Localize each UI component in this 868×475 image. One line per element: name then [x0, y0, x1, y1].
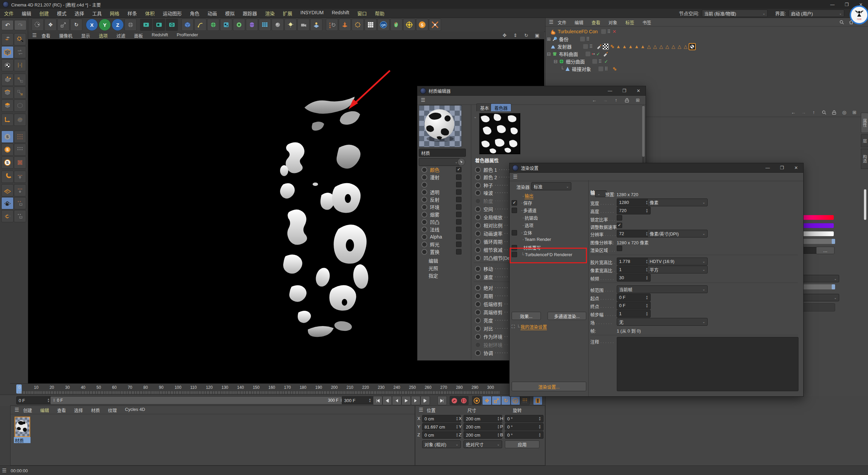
preview-type-dropdown[interactable]: ⌄	[419, 158, 460, 166]
attr-target-icon[interactable]: ◎	[841, 109, 848, 116]
coordinates-menu-icon[interactable]: ☰	[419, 407, 423, 413]
channel-checkbox[interactable]	[456, 219, 461, 225]
rotate-tool[interactable]: ↻	[70, 19, 82, 31]
material-name-field[interactable]: 材质	[419, 149, 466, 157]
scale-tool[interactable]	[57, 19, 70, 31]
interface-dropdown[interactable]: 启动 (用户)⌄	[789, 10, 844, 17]
record-keyframe-button[interactable]	[450, 396, 459, 405]
attr-forward-icon[interactable]: →	[800, 109, 807, 116]
section-stereo[interactable]: -立体	[512, 229, 532, 236]
checker-tag-icon[interactable]	[603, 43, 609, 50]
close-button[interactable]: ✕	[631, 86, 646, 95]
prop-speed[interactable]: 速度	[484, 273, 493, 280]
polygon-selection-tag-icon[interactable]: △	[676, 44, 682, 50]
channel-radio[interactable]	[421, 204, 427, 210]
psr-transfer-button[interactable]: PSR	[326, 19, 338, 31]
size-y-field[interactable]: 200 cm▲▼	[463, 423, 502, 431]
stereo-checkbox[interactable]	[512, 230, 517, 235]
visibility-dots-icon[interactable]: ⠿	[605, 66, 608, 72]
preset-row[interactable]: 预置: 1280 x 720	[605, 191, 638, 197]
arrange-circle-button[interactable]	[352, 19, 364, 31]
menu-item[interactable]: 运动图形	[163, 10, 182, 17]
cow-spotted-ring-object[interactable]	[264, 87, 400, 344]
align-workplane-icon[interactable]	[1, 210, 14, 222]
prop-seed[interactable]: 种子	[484, 182, 493, 189]
section-turbulencefd-renderer[interactable]: └TurbulenceFD Renderer	[512, 252, 572, 257]
pos-y-field[interactable]: 81.697 cm▲▼	[422, 423, 461, 431]
noise-shader-thumbnail[interactable]	[479, 113, 520, 154]
prop-high-clip[interactable]: 高端修剪	[484, 309, 502, 316]
minimize-button[interactable]: —	[761, 163, 775, 172]
record-rotation-toggle[interactable]: ↻	[501, 396, 511, 405]
prev-key-button[interactable]	[382, 396, 392, 405]
pos-z-field[interactable]: 0 cm▲▼	[422, 431, 461, 439]
fields-button[interactable]	[233, 19, 245, 31]
status-menu-icon[interactable]: ☰	[2, 468, 6, 474]
polygon-selection-tag-icon[interactable]: △	[664, 44, 670, 50]
tab-basic[interactable]: 基本	[476, 103, 493, 111]
menu-item[interactable]: Redshift	[332, 10, 349, 17]
menu-item[interactable]: 模式	[57, 10, 66, 17]
polygon-selection-tag-icon[interactable]: △	[683, 44, 688, 50]
material-manager-menu-item[interactable]: 选择	[74, 407, 83, 413]
channel-radio[interactable]	[421, 167, 427, 173]
rs-menu-icon[interactable]: ☰	[513, 174, 517, 180]
workplane-icon[interactable]	[1, 184, 14, 196]
pick-material-button[interactable]	[457, 158, 465, 166]
link-assign[interactable]: 指定	[429, 272, 438, 279]
material-editor-title-bar[interactable]: 材质编辑器 — ❐ ✕	[417, 86, 646, 96]
object-manager-menu-icon[interactable]: ☰	[549, 19, 553, 25]
visibility-dot-icon[interactable]: •	[593, 51, 595, 57]
lock-x-axis-button[interactable]: X	[86, 19, 98, 31]
channel-radio[interactable]	[421, 242, 427, 247]
rot-b-field[interactable]: 0 °▲▼	[505, 431, 544, 439]
attr-search-icon[interactable]	[820, 109, 828, 116]
menu-item[interactable]: 角色	[190, 10, 199, 17]
menu-item[interactable]: 渲染	[265, 10, 275, 17]
preview-range-film-toggle[interactable]	[533, 396, 542, 405]
attr-up-icon[interactable]: ↑	[810, 109, 817, 116]
object-manager-menu-item[interactable]: 编辑	[574, 19, 583, 25]
channel-checkbox[interactable]	[456, 182, 461, 187]
width-unit-dropdown[interactable]: 像素⌄	[647, 198, 708, 206]
viewport-rotate-icon[interactable]: ↻	[522, 32, 530, 39]
material-manager-menu-icon[interactable]: ☰	[15, 407, 19, 413]
channel-radio[interactable]	[421, 227, 427, 232]
viewport-pan-icon[interactable]: ✥	[501, 32, 508, 39]
channel-color[interactable]: 颜色	[430, 166, 439, 173]
close-button[interactable]: ✕	[789, 163, 803, 172]
render-region-checkbox[interactable]	[617, 246, 622, 251]
me-newpanel-icon[interactable]: ⊞	[634, 97, 642, 103]
channel-displacement[interactable]: 置换	[430, 248, 439, 255]
render-settings-button[interactable]	[166, 19, 178, 31]
render-settings-bottom-button[interactable]: 渲染设置...	[512, 382, 586, 391]
menu-item[interactable]: 模拟	[225, 10, 235, 17]
field-dropdown[interactable]: 无⌄	[617, 318, 708, 326]
menu-item[interactable]: 样条	[127, 10, 137, 17]
frame-step-field[interactable]: 1▲▼	[617, 310, 651, 318]
channel-checkbox[interactable]	[456, 234, 461, 240]
object-mode-icon[interactable]	[1, 46, 14, 58]
pen-spline-tool[interactable]	[194, 19, 206, 31]
object-manager-menu-item[interactable]: 查看	[591, 19, 600, 25]
section-output[interactable]: -输出	[522, 192, 533, 199]
material-manager-menu-item[interactable]: 纹理	[108, 407, 117, 413]
channel-transparency[interactable]: 透明	[430, 189, 439, 195]
record-scale-toggle[interactable]	[492, 396, 501, 405]
soft-selection-icon[interactable]: S	[1, 144, 14, 156]
channel-bump[interactable]: 凹凸	[430, 218, 439, 225]
channel-radio[interactable]	[421, 182, 427, 188]
film-aspect-field[interactable]: 1.778▲▼	[617, 258, 651, 265]
material-manager-menu-item[interactable]: 创建	[23, 407, 32, 413]
dots-tag-icon[interactable]	[612, 66, 617, 72]
apply-button[interactable]: 应用	[505, 440, 539, 448]
adjust-data-rate-checkbox[interactable]: ✓	[617, 223, 622, 228]
target-button[interactable]	[403, 19, 415, 31]
height-field[interactable]: 720▲▼	[617, 207, 651, 214]
render-settings-title-bar[interactable]: 渲染设置 — ❐ ✕	[510, 163, 803, 173]
section-multipass[interactable]: -多通道	[512, 207, 536, 213]
render-view-button[interactable]	[140, 19, 152, 31]
viewport-menu-item[interactable]: 显示	[81, 32, 90, 39]
multipass-checkbox[interactable]	[512, 208, 517, 213]
viewport-menu-item[interactable]: 查看	[41, 32, 50, 39]
